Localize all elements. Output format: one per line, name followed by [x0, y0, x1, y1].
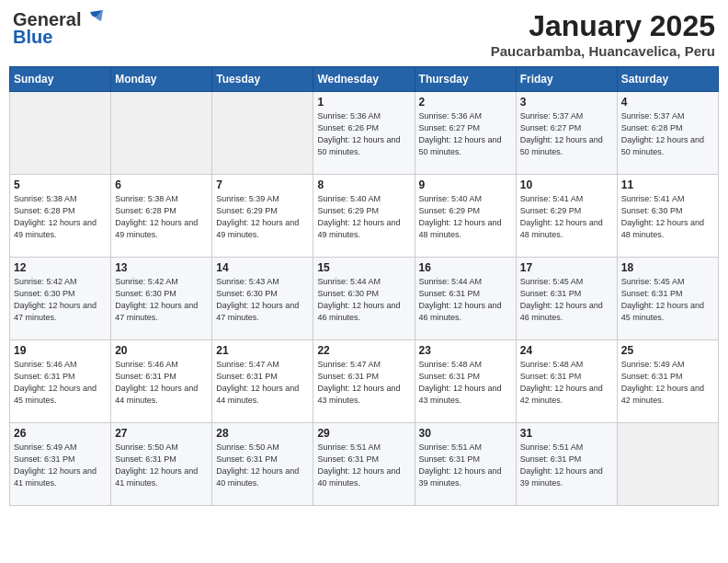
- day-info: Sunrise: 5:49 AM Sunset: 6:31 PM Dayligh…: [14, 442, 107, 489]
- day-number: 10: [520, 178, 613, 191]
- day-number: 3: [520, 96, 613, 109]
- day-info: Sunrise: 5:42 AM Sunset: 6:30 PM Dayligh…: [115, 276, 208, 324]
- day-info: Sunrise: 5:45 AM Sunset: 6:31 PM Dayligh…: [621, 276, 714, 324]
- calendar-cell: 3Sunrise: 5:37 AM Sunset: 6:27 PM Daylig…: [516, 92, 617, 175]
- logo: General Blue: [13, 9, 103, 48]
- week-row-1: 1Sunrise: 5:36 AM Sunset: 6:26 PM Daylig…: [10, 92, 719, 175]
- day-info: Sunrise: 5:40 AM Sunset: 6:29 PM Dayligh…: [317, 193, 410, 241]
- calendar-cell: 12Sunrise: 5:42 AM Sunset: 6:30 PM Dayli…: [10, 258, 111, 340]
- calendar-cell: 20Sunrise: 5:46 AM Sunset: 6:31 PM Dayli…: [111, 340, 212, 423]
- day-info: Sunrise: 5:47 AM Sunset: 6:31 PM Dayligh…: [216, 359, 309, 407]
- logo-blue-text: Blue: [13, 27, 52, 48]
- day-info: Sunrise: 5:51 AM Sunset: 6:31 PM Dayligh…: [520, 442, 613, 489]
- day-info: Sunrise: 5:44 AM Sunset: 6:30 PM Dayligh…: [317, 276, 410, 324]
- calendar-cell: [10, 92, 111, 175]
- day-info: Sunrise: 5:37 AM Sunset: 6:27 PM Dayligh…: [520, 110, 613, 158]
- calendar-cell: 31Sunrise: 5:51 AM Sunset: 6:31 PM Dayli…: [516, 423, 617, 506]
- calendar-cell: 23Sunrise: 5:48 AM Sunset: 6:31 PM Dayli…: [415, 340, 516, 423]
- dow-header-friday: Friday: [516, 67, 617, 92]
- logo-bird-icon: [83, 8, 103, 29]
- day-number: 9: [419, 178, 512, 191]
- day-info: Sunrise: 5:46 AM Sunset: 6:31 PM Dayligh…: [14, 359, 107, 407]
- calendar-cell: 21Sunrise: 5:47 AM Sunset: 6:31 PM Dayli…: [212, 340, 313, 423]
- day-info: Sunrise: 5:48 AM Sunset: 6:31 PM Dayligh…: [520, 359, 613, 407]
- day-number: 11: [621, 178, 714, 191]
- day-info: Sunrise: 5:39 AM Sunset: 6:29 PM Dayligh…: [216, 193, 309, 241]
- day-info: Sunrise: 5:40 AM Sunset: 6:29 PM Dayligh…: [419, 193, 512, 241]
- day-number: 1: [317, 96, 410, 109]
- day-number: 8: [317, 178, 410, 191]
- day-number: 20: [115, 344, 208, 357]
- day-number: 26: [14, 427, 107, 440]
- calendar-cell: [212, 92, 313, 175]
- day-number: 24: [520, 344, 613, 357]
- day-info: Sunrise: 5:49 AM Sunset: 6:31 PM Dayligh…: [621, 359, 714, 407]
- day-info: Sunrise: 5:47 AM Sunset: 6:31 PM Dayligh…: [317, 359, 410, 407]
- day-number: 23: [419, 344, 512, 357]
- day-info: Sunrise: 5:37 AM Sunset: 6:28 PM Dayligh…: [621, 110, 714, 158]
- day-info: Sunrise: 5:38 AM Sunset: 6:28 PM Dayligh…: [14, 193, 107, 241]
- calendar-cell: 25Sunrise: 5:49 AM Sunset: 6:31 PM Dayli…: [617, 340, 718, 423]
- calendar-cell: 24Sunrise: 5:48 AM Sunset: 6:31 PM Dayli…: [516, 340, 617, 423]
- day-info: Sunrise: 5:51 AM Sunset: 6:31 PM Dayligh…: [317, 442, 410, 489]
- calendar-cell: 9Sunrise: 5:40 AM Sunset: 6:29 PM Daylig…: [415, 175, 516, 258]
- calendar-cell: 13Sunrise: 5:42 AM Sunset: 6:30 PM Dayli…: [111, 258, 212, 340]
- calendar-cell: 6Sunrise: 5:38 AM Sunset: 6:28 PM Daylig…: [111, 175, 212, 258]
- day-number: 4: [621, 96, 714, 109]
- day-number: 19: [14, 344, 107, 357]
- calendar-cell: 15Sunrise: 5:44 AM Sunset: 6:30 PM Dayli…: [313, 258, 415, 340]
- calendar-cell: 22Sunrise: 5:47 AM Sunset: 6:31 PM Dayli…: [313, 340, 415, 423]
- week-row-3: 12Sunrise: 5:42 AM Sunset: 6:30 PM Dayli…: [10, 258, 719, 340]
- day-info: Sunrise: 5:38 AM Sunset: 6:28 PM Dayligh…: [115, 193, 208, 241]
- day-number: 18: [621, 261, 714, 274]
- day-number: 25: [621, 344, 714, 357]
- calendar-cell: [617, 423, 718, 506]
- calendar-cell: 29Sunrise: 5:51 AM Sunset: 6:31 PM Dayli…: [313, 423, 415, 506]
- days-of-week-row: SundayMondayTuesdayWednesdayThursdayFrid…: [10, 67, 719, 92]
- calendar-subtitle: Paucarbamba, Huancavelica, Peru: [491, 43, 715, 59]
- day-info: Sunrise: 5:50 AM Sunset: 6:31 PM Dayligh…: [115, 442, 208, 489]
- week-row-5: 26Sunrise: 5:49 AM Sunset: 6:31 PM Dayli…: [10, 423, 719, 506]
- calendar-cell: 10Sunrise: 5:41 AM Sunset: 6:29 PM Dayli…: [516, 175, 617, 258]
- day-number: 15: [317, 261, 410, 274]
- day-info: Sunrise: 5:43 AM Sunset: 6:30 PM Dayligh…: [216, 276, 309, 324]
- day-info: Sunrise: 5:41 AM Sunset: 6:29 PM Dayligh…: [520, 193, 613, 241]
- day-info: Sunrise: 5:36 AM Sunset: 6:27 PM Dayligh…: [419, 110, 512, 158]
- calendar-cell: 18Sunrise: 5:45 AM Sunset: 6:31 PM Dayli…: [617, 258, 718, 340]
- week-row-2: 5Sunrise: 5:38 AM Sunset: 6:28 PM Daylig…: [10, 175, 719, 258]
- day-info: Sunrise: 5:46 AM Sunset: 6:31 PM Dayligh…: [115, 359, 208, 407]
- dow-header-wednesday: Wednesday: [313, 67, 415, 92]
- dow-header-tuesday: Tuesday: [212, 67, 313, 92]
- calendar-cell: 30Sunrise: 5:51 AM Sunset: 6:31 PM Dayli…: [415, 423, 516, 506]
- day-number: 28: [216, 427, 309, 440]
- day-number: 13: [115, 261, 208, 274]
- day-number: 16: [419, 261, 512, 274]
- day-number: 12: [14, 261, 107, 274]
- day-info: Sunrise: 5:42 AM Sunset: 6:30 PM Dayligh…: [14, 276, 107, 324]
- calendar-cell: 1Sunrise: 5:36 AM Sunset: 6:26 PM Daylig…: [313, 92, 415, 175]
- dow-header-monday: Monday: [111, 67, 212, 92]
- calendar-cell: 17Sunrise: 5:45 AM Sunset: 6:31 PM Dayli…: [516, 258, 617, 340]
- calendar-cell: 5Sunrise: 5:38 AM Sunset: 6:28 PM Daylig…: [10, 175, 111, 258]
- day-number: 31: [520, 427, 613, 440]
- day-info: Sunrise: 5:41 AM Sunset: 6:30 PM Dayligh…: [621, 193, 714, 241]
- calendar-cell: 7Sunrise: 5:39 AM Sunset: 6:29 PM Daylig…: [212, 175, 313, 258]
- day-number: 17: [520, 261, 613, 274]
- day-number: 5: [14, 178, 107, 191]
- day-number: 30: [419, 427, 512, 440]
- day-info: Sunrise: 5:44 AM Sunset: 6:31 PM Dayligh…: [419, 276, 512, 324]
- calendar-title: January 2025: [491, 9, 715, 43]
- calendar-body: 1Sunrise: 5:36 AM Sunset: 6:26 PM Daylig…: [10, 92, 719, 506]
- day-number: 27: [115, 427, 208, 440]
- day-info: Sunrise: 5:48 AM Sunset: 6:31 PM Dayligh…: [419, 359, 512, 407]
- calendar-cell: 28Sunrise: 5:50 AM Sunset: 6:31 PM Dayli…: [212, 423, 313, 506]
- day-number: 2: [419, 96, 512, 109]
- day-number: 22: [317, 344, 410, 357]
- day-info: Sunrise: 5:45 AM Sunset: 6:31 PM Dayligh…: [520, 276, 613, 324]
- week-row-4: 19Sunrise: 5:46 AM Sunset: 6:31 PM Dayli…: [10, 340, 719, 423]
- dow-header-thursday: Thursday: [415, 67, 516, 92]
- calendar-cell: 4Sunrise: 5:37 AM Sunset: 6:28 PM Daylig…: [617, 92, 718, 175]
- day-number: 14: [216, 261, 309, 274]
- calendar-cell: 14Sunrise: 5:43 AM Sunset: 6:30 PM Dayli…: [212, 258, 313, 340]
- title-block: January 2025 Paucarbamba, Huancavelica, …: [491, 9, 715, 59]
